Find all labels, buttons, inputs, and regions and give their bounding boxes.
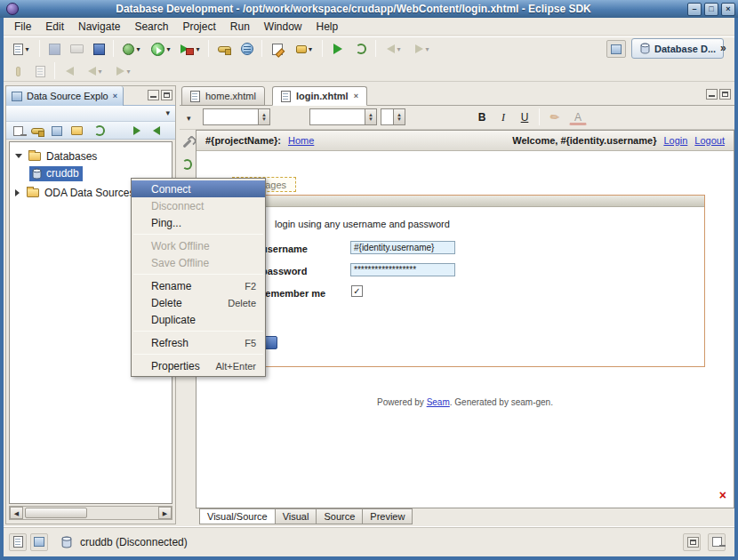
minimize-editor-button[interactable] bbox=[706, 89, 718, 100]
paragraph-style-combo[interactable]: ▲▼ bbox=[203, 108, 270, 125]
menu-window[interactable]: Window bbox=[257, 19, 309, 35]
spinner-icon[interactable]: ▲▼ bbox=[365, 109, 376, 124]
tab-home-xhtml[interactable]: home.xhtml bbox=[181, 86, 265, 106]
export-profile-button[interactable] bbox=[148, 123, 165, 139]
execute-sql-button[interactable] bbox=[327, 39, 349, 59]
tree-label-oda[interactable]: ODA Data Sources bbox=[44, 187, 134, 199]
web-browser-button[interactable] bbox=[237, 39, 258, 59]
toolbar-separator bbox=[39, 40, 40, 57]
sync-button[interactable] bbox=[350, 39, 372, 59]
tab-preview[interactable]: Preview bbox=[363, 508, 413, 524]
home-link[interactable]: Home bbox=[288, 135, 314, 146]
new-connection-button[interactable]: ▾ bbox=[290, 39, 318, 59]
link-with-editor-button[interactable] bbox=[48, 123, 66, 139]
underline-button[interactable]: U bbox=[516, 108, 533, 126]
view-menu-icon[interactable]: ▾ bbox=[165, 108, 170, 117]
expanded-arrow-icon[interactable] bbox=[15, 154, 22, 158]
minimize-view-button[interactable] bbox=[148, 90, 159, 100]
menu-navigate[interactable]: Navigate bbox=[71, 19, 127, 35]
font-name-combo[interactable]: ▲▼ bbox=[309, 108, 377, 125]
title-bar[interactable]: Database Development - /opt/work/workspa… bbox=[0, 0, 738, 18]
selected-row[interactable]: cruddb bbox=[29, 166, 83, 181]
page-footer: Powered by Seam. Generated by seam-gen. bbox=[197, 397, 734, 407]
menu-item-refresh[interactable]: RefreshF5 bbox=[132, 334, 265, 351]
refresh-page-button[interactable] bbox=[180, 156, 195, 172]
menu-item-rename[interactable]: RenameF2 bbox=[132, 277, 265, 294]
new-wizard-button[interactable]: ▾ bbox=[7, 39, 36, 59]
scroll-right-button[interactable]: ▶ bbox=[158, 507, 172, 519]
key-button[interactable] bbox=[213, 39, 235, 59]
tab-source[interactable]: Source bbox=[317, 508, 363, 524]
tab-data-source-explorer[interactable]: Data Source Explo × bbox=[6, 86, 124, 106]
folder-icon bbox=[28, 152, 41, 161]
menu-item-connect[interactable]: Connect bbox=[132, 180, 265, 197]
progress-area-button[interactable] bbox=[708, 533, 726, 551]
login-link[interactable]: Login bbox=[663, 135, 687, 146]
tree-label-databases[interactable]: Databases bbox=[46, 150, 97, 163]
close-window-button[interactable]: × bbox=[721, 3, 735, 16]
italic-button[interactable]: I bbox=[494, 108, 512, 126]
import-profile-button[interactable] bbox=[128, 123, 146, 139]
maximize-window-button[interactable]: □ bbox=[704, 3, 718, 16]
menu-help[interactable]: Help bbox=[309, 19, 346, 35]
eclipse-window: Database Development - /opt/work/workspa… bbox=[0, 0, 738, 560]
menu-search[interactable]: Search bbox=[127, 19, 175, 35]
sql-scrapbook-button[interactable] bbox=[267, 39, 288, 59]
menu-shortcut: Alt+Enter bbox=[215, 361, 256, 372]
collapse-all-button[interactable] bbox=[9, 123, 27, 139]
spinner-icon[interactable]: ▲▼ bbox=[258, 109, 269, 124]
perspective-overflow-chevron[interactable]: » bbox=[720, 42, 726, 54]
trim-stack-button[interactable] bbox=[30, 533, 48, 551]
tab-visual[interactable]: Visual bbox=[276, 508, 317, 524]
logout-link[interactable]: Logout bbox=[694, 135, 725, 146]
scroll-left-button[interactable]: ◀ bbox=[10, 507, 23, 519]
external-tools-button[interactable]: ▾ bbox=[176, 39, 205, 59]
open-perspective-button[interactable] bbox=[606, 40, 626, 58]
menu-file[interactable]: File bbox=[7, 19, 38, 35]
spinner-icon[interactable]: ▲▼ bbox=[393, 109, 405, 124]
bold-button[interactable]: B bbox=[473, 108, 491, 126]
view-menu-row: ▾ bbox=[6, 106, 175, 122]
menu-item-duplicate[interactable]: Duplicate bbox=[132, 311, 265, 328]
close-tab-icon[interactable]: × bbox=[354, 92, 358, 100]
scrollbar-thumb[interactable] bbox=[25, 508, 87, 518]
menu-item-properties[interactable]: PropertiesAlt+Enter bbox=[132, 357, 265, 374]
database-icon bbox=[31, 168, 43, 180]
fast-view-button[interactable] bbox=[9, 533, 27, 551]
run-button[interactable]: ▾ bbox=[147, 39, 175, 59]
perspective-tab-database[interactable]: Database D... bbox=[631, 38, 724, 59]
save-all-button[interactable] bbox=[88, 39, 109, 59]
seam-link[interactable]: Seam bbox=[427, 397, 450, 407]
menu-item-delete[interactable]: DeleteDelete bbox=[132, 294, 265, 311]
new-profile-button[interactable] bbox=[68, 123, 85, 139]
tab-login-xhtml[interactable]: login.xhtml × bbox=[272, 86, 367, 106]
menu-item-ping[interactable]: Ping... bbox=[132, 214, 265, 231]
tree-label-cruddb[interactable]: cruddb bbox=[46, 167, 79, 180]
username-input[interactable]: #{identity.username} bbox=[350, 241, 455, 254]
menu-project[interactable]: Project bbox=[175, 19, 222, 35]
key-profile-button[interactable] bbox=[28, 123, 46, 139]
minimize-window-button[interactable]: – bbox=[687, 3, 702, 16]
font-size-spinner[interactable]: ▲▼ bbox=[381, 108, 405, 125]
menu-run[interactable]: Run bbox=[223, 19, 257, 35]
maximize-editor-button[interactable] bbox=[719, 89, 731, 100]
restore-views-button[interactable] bbox=[683, 533, 701, 551]
toolbar-handle-icon[interactable]: ▾ bbox=[187, 114, 191, 123]
collapsed-arrow-icon[interactable] bbox=[15, 189, 20, 196]
password-input[interactable]: ****************** bbox=[350, 263, 455, 276]
database-status-icon bbox=[60, 536, 73, 548]
preferences-button[interactable] bbox=[180, 135, 195, 151]
tree-item-databases[interactable]: Databases bbox=[10, 148, 172, 164]
tab-visual-source[interactable]: Visual/Source bbox=[199, 508, 276, 524]
maximize-view-button[interactable] bbox=[161, 90, 172, 100]
play-icon bbox=[333, 44, 342, 54]
close-view-icon[interactable]: × bbox=[113, 92, 117, 100]
menu-separator bbox=[133, 274, 263, 275]
sync-profiles-button[interactable] bbox=[91, 123, 108, 139]
remember-me-checkbox[interactable]: ✓ bbox=[351, 285, 363, 297]
trim-icon bbox=[34, 537, 44, 547]
menu-edit[interactable]: Edit bbox=[38, 19, 71, 35]
horizontal-scrollbar[interactable]: ◀ ▶ bbox=[9, 506, 172, 520]
debug-button[interactable]: ▾ bbox=[117, 39, 146, 59]
print-button bbox=[66, 39, 87, 59]
